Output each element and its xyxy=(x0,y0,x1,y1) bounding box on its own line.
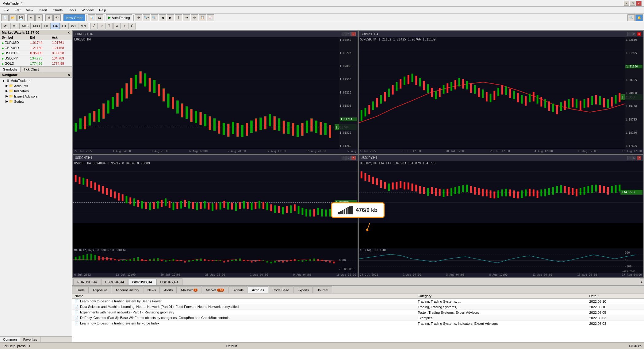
menu-insert[interactable]: Insert xyxy=(36,8,50,13)
indicators-btn[interactable]: 📈 xyxy=(207,14,214,21)
crosshair-btn[interactable]: ✛ xyxy=(135,14,142,21)
article-row[interactable]: 📄DoEasy. Controls (Part 8): Base WinForm… xyxy=(72,315,644,321)
gann-tool[interactable]: G xyxy=(128,23,136,29)
tf-w1[interactable]: W1 xyxy=(69,23,79,29)
tf-m30[interactable]: M30 xyxy=(31,23,42,29)
terminal-tab-alerts[interactable]: Alerts xyxy=(160,286,177,293)
market-watch-row[interactable]: ◆ EURUSD 1.01744 1.01761 xyxy=(0,40,72,45)
save-btn[interactable]: 💾 xyxy=(17,14,25,21)
channel-tool[interactable]: ⫽ xyxy=(121,23,128,29)
chart-eurusd-body[interactable]: EURUSD,H4 xyxy=(73,37,358,149)
tab-tick-chart[interactable]: Tick Chart xyxy=(21,67,42,72)
close-btn[interactable]: ✕ xyxy=(636,1,642,6)
chart-eurusd-close[interactable]: ✕ xyxy=(351,32,356,36)
minimize-btn[interactable]: − xyxy=(624,1,629,6)
terminal-tab-code-base[interactable]: Code Base xyxy=(269,286,293,293)
terminal-tab-signals[interactable]: Signals xyxy=(228,286,247,293)
menu-help[interactable]: Help xyxy=(97,8,109,13)
tf-h1[interactable]: H1 xyxy=(42,23,51,29)
chart-tab-gbpusd[interactable]: GBPUSD,H4 xyxy=(128,278,156,285)
market-watch-row[interactable]: ◆ USDCHF 0.95009 0.95028 xyxy=(0,51,72,56)
chart-usdchf-maximize[interactable]: □ xyxy=(347,156,351,160)
maximize-btn[interactable]: □ xyxy=(630,1,635,6)
chart-gbpusd-maximize[interactable]: □ xyxy=(632,32,636,36)
notifications-btn[interactable]: 🔔 xyxy=(635,14,643,21)
terminal-tab-experts[interactable]: Experts xyxy=(293,286,313,293)
terminal-tab-journal[interactable]: Journal xyxy=(313,286,332,293)
arrow-tool[interactable]: ↗ xyxy=(98,23,105,29)
tf-m1[interactable]: M1 xyxy=(1,23,10,29)
menu-view[interactable]: View xyxy=(24,8,36,13)
chart-usdjpy-minimize[interactable]: − xyxy=(627,156,631,160)
chart-usdjpy-maximize[interactable]: □ xyxy=(632,156,636,160)
new-order-button[interactable]: New Order xyxy=(63,14,85,21)
menu-window[interactable]: Window xyxy=(79,8,96,13)
navigator-close[interactable]: ✕ xyxy=(67,73,70,77)
market-watch-btn[interactable]: 📊 xyxy=(88,14,95,21)
chart-usdjpy-close[interactable]: ✕ xyxy=(637,156,641,160)
tf-d1[interactable]: D1 xyxy=(60,23,69,29)
navigator-btn[interactable]: 🗂 xyxy=(96,14,103,21)
chart-tab-usdjpy[interactable]: USDJPY,H4 xyxy=(156,278,182,285)
terminal-tab-exposure[interactable]: Exposure xyxy=(89,286,111,293)
terminal-tab-market[interactable]: Market 110 xyxy=(202,286,228,293)
chart-usdjpy-body[interactable]: USDJPY,H4 134.147 134.903 134.079 134.77… xyxy=(359,161,643,248)
chart-autoscroll-btn[interactable]: ⟳ xyxy=(191,14,198,21)
chart-gbpusd-body[interactable]: GBPUSD,H4 1.21182 1.21425 1.20766 1.2113… xyxy=(359,37,643,149)
undo-btn[interactable]: ↩ xyxy=(27,14,35,21)
market-watch-row[interactable]: ◆ GBPUSD 1.21139 1.21158 xyxy=(0,45,72,51)
chart-eurusd-maximize[interactable]: □ xyxy=(347,32,351,36)
search-btn[interactable]: 🔍 xyxy=(627,14,635,21)
nav-metatrader4[interactable]: ▼ 🖥 MetaTrader 4 xyxy=(1,78,71,83)
tf-m5[interactable]: M5 xyxy=(10,23,19,29)
chart-gbpusd-minimize[interactable]: − xyxy=(627,32,631,36)
terminal-tab-news[interactable]: News xyxy=(144,286,160,293)
zoom-out-btn[interactable]: 🔍- xyxy=(151,14,158,21)
tab-common[interactable]: Common xyxy=(0,337,20,342)
article-row[interactable]: 📄Learn how to design a trading system by… xyxy=(72,321,644,326)
fibo-tool[interactable]: Φ xyxy=(113,23,121,29)
market-watch-row[interactable]: ◆ GOLD 1774.66 1774.99 xyxy=(0,61,72,66)
chart-gbpusd-close[interactable]: ✕ xyxy=(637,32,641,36)
chart-shift-btn[interactable]: ⇥ xyxy=(183,14,190,21)
tf-h4[interactable]: H4 xyxy=(51,23,59,29)
terminal-tab-account-history[interactable]: Account History xyxy=(112,286,143,293)
nav-scripts[interactable]: ▶ 📁 Scripts xyxy=(1,99,71,104)
templates-btn[interactable]: 📋 xyxy=(199,14,206,21)
tf-mn[interactable]: MN xyxy=(79,23,88,29)
article-row[interactable]: 📄Experiments with neural networks (Part … xyxy=(72,310,644,315)
tab-favorites[interactable]: Favorites xyxy=(20,337,40,342)
nav-expert-advisors[interactable]: ▶ 📁 Expert Advisors xyxy=(1,94,71,99)
redo-btn[interactable]: ↪ xyxy=(35,14,43,21)
tab-symbols[interactable]: Symbols xyxy=(0,67,21,72)
article-row[interactable]: 📄Data Science and Machine Learning. Neur… xyxy=(72,304,644,310)
chart-eurusd-minimize[interactable]: − xyxy=(342,32,346,36)
chart-tab-usdchf[interactable]: USDCHF,H4 xyxy=(101,278,128,285)
scroll-left-btn[interactable]: ◀ xyxy=(159,14,166,21)
chart-tab-eurusd[interactable]: EURUSD,H4 xyxy=(73,278,101,285)
scroll-right-btn[interactable]: ▶ xyxy=(167,14,174,21)
chart-usdchf-minimize[interactable]: − xyxy=(342,156,346,160)
article-row[interactable]: 📄Learn how to design a trading system by… xyxy=(72,299,644,304)
period-sep-btn[interactable]: | xyxy=(175,14,182,21)
chart-usdchf-body[interactable]: USDCHF,H4 0.94894 0.95212 0.94876 0.9500… xyxy=(73,161,358,248)
line-tool[interactable]: ╱ xyxy=(90,23,98,29)
menu-edit[interactable]: Edit xyxy=(12,8,23,13)
terminal-tab-articles[interactable]: Articles xyxy=(248,286,268,293)
terminal-tab-trade[interactable]: Trade xyxy=(72,286,89,293)
menu-file[interactable]: File xyxy=(1,8,12,13)
new-chart-btn[interactable]: 📄 xyxy=(1,14,9,21)
menu-tools[interactable]: Tools xyxy=(66,8,79,13)
nav-indicators[interactable]: ▶ 📁 Indicators xyxy=(1,88,71,94)
menu-charts[interactable]: Charts xyxy=(50,8,65,13)
tf-m15[interactable]: M15 xyxy=(20,23,31,29)
print-prev-btn[interactable]: 👁 xyxy=(53,14,61,21)
autotrading-button[interactable]: ▶ AutoTrading xyxy=(106,14,132,21)
chart-usdchf-close[interactable]: ✕ xyxy=(351,156,356,160)
text-tool[interactable]: T xyxy=(105,23,113,29)
print-btn[interactable]: 🖨 xyxy=(45,14,53,21)
zoom-in-btn[interactable]: 🔍+ xyxy=(143,14,150,21)
market-watch-close[interactable]: ✕ xyxy=(67,31,70,34)
market-watch-row[interactable]: ◆ USDJPY 134.773 134.789 xyxy=(0,56,72,61)
open-btn[interactable]: 📂 xyxy=(9,14,17,21)
